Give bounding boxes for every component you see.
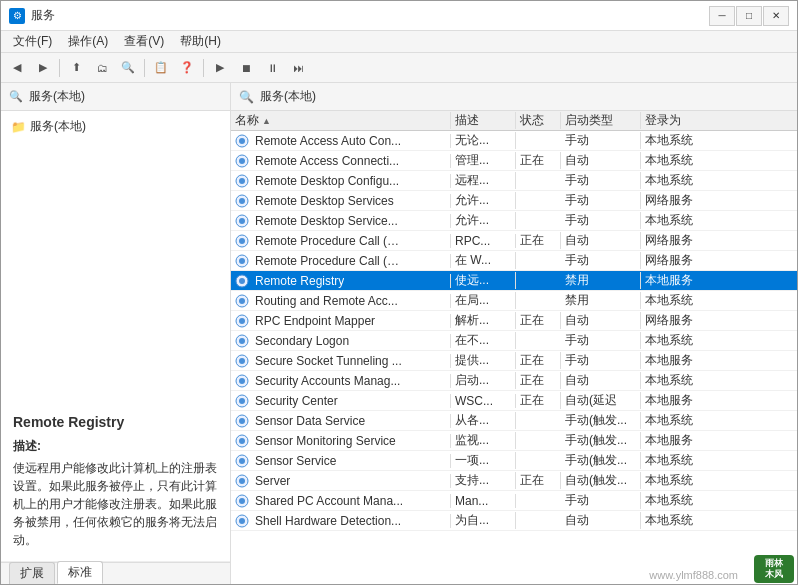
table-row[interactable]: Security Accounts Manag... 启动... 正在 自动 本… (231, 371, 797, 391)
cell-name-3: Remote Desktop Services (231, 194, 451, 208)
table-row[interactable]: Sensor Monitoring Service 监视... 手动(触发...… (231, 431, 797, 451)
cell-desc-1: 管理... (451, 152, 516, 169)
tab-expand[interactable]: 扩展 (9, 562, 55, 584)
minimize-button[interactable]: ─ (709, 6, 735, 26)
service-icon-12 (235, 374, 249, 388)
cell-name-text-17: Server (255, 474, 290, 488)
table-row[interactable]: Security Center WSC... 正在 自动(延迟 本地服务 (231, 391, 797, 411)
col-header-status[interactable]: 状态 (516, 112, 561, 129)
services-table[interactable]: 名称 ▲ 描述 状态 启动类型 登录为 Remote Access Auto C… (231, 111, 797, 584)
cell-status-1: 正在 (516, 152, 561, 169)
cell-name-2: Remote Desktop Configu... (231, 174, 451, 188)
maximize-button[interactable]: □ (736, 6, 762, 26)
service-icon-8 (235, 294, 249, 308)
main-area: 🔍 服务(本地) 📁 服务(本地) Remote Registry 描述: 使远… (1, 83, 797, 584)
cell-desc-3: 允许... (451, 192, 516, 209)
cell-startup-12: 自动 (561, 372, 641, 389)
menu-view[interactable]: 查看(V) (116, 31, 172, 52)
menu-bar: 文件(F) 操作(A) 查看(V) 帮助(H) (1, 31, 797, 53)
stop-service-button[interactable]: ⏹ (234, 57, 258, 79)
svg-point-39 (239, 518, 245, 524)
svg-point-33 (239, 458, 245, 464)
cell-startup-15: 手动(触发... (561, 432, 641, 449)
cell-desc-12: 启动... (451, 372, 516, 389)
cell-status-11: 正在 (516, 352, 561, 369)
find-button[interactable]: 🔍 (116, 57, 140, 79)
menu-action[interactable]: 操作(A) (60, 31, 116, 52)
cell-startup-0: 手动 (561, 132, 641, 149)
menu-file[interactable]: 文件(F) (5, 31, 60, 52)
service-icon-4 (235, 214, 249, 228)
service-icon-10 (235, 334, 249, 348)
export-button[interactable]: 📋 (149, 57, 173, 79)
tree-item-services-local[interactable]: 📁 服务(本地) (5, 115, 226, 138)
table-row[interactable]: Server 支持... 正在 自动(触发... 本地系统 (231, 471, 797, 491)
cell-name-8: Routing and Remote Acc... (231, 294, 451, 308)
cell-logon-7: 本地服务 (641, 272, 721, 289)
table-row[interactable]: RPC Endpoint Mapper 解析... 正在 自动 网络服务 (231, 311, 797, 331)
cell-logon-11: 本地服务 (641, 352, 721, 369)
cell-desc-11: 提供... (451, 352, 516, 369)
table-row[interactable]: Secure Socket Tunneling ... 提供... 正在 手动 … (231, 351, 797, 371)
left-tree[interactable]: 📁 服务(本地) (1, 111, 230, 402)
cell-logon-0: 本地系统 (641, 132, 721, 149)
cell-name-text-9: RPC Endpoint Mapper (255, 314, 375, 328)
cell-desc-5: RPC... (451, 234, 516, 248)
start-service-button[interactable]: ▶ (208, 57, 232, 79)
svg-point-9 (239, 218, 245, 224)
table-row[interactable]: Remote Access Auto Con... 无论... 手动 本地系统 (231, 131, 797, 151)
back-button[interactable]: ◀ (5, 57, 29, 79)
table-row[interactable]: Shell Hardware Detection... 为自... 自动 本地系… (231, 511, 797, 531)
help-button[interactable]: ❓ (175, 57, 199, 79)
col-header-desc[interactable]: 描述 (451, 112, 516, 129)
cell-name-text-1: Remote Access Connecti... (255, 154, 399, 168)
cell-logon-10: 本地系统 (641, 332, 721, 349)
menu-help[interactable]: 帮助(H) (172, 31, 229, 52)
col-header-startup[interactable]: 启动类型 (561, 112, 641, 129)
table-row[interactable]: Secondary Logon 在不... 手动 本地系统 (231, 331, 797, 351)
show-hide-button[interactable]: 🗂 (90, 57, 114, 79)
table-row[interactable]: Sensor Data Service 从各... 手动(触发... 本地系统 (231, 411, 797, 431)
cell-name-9: RPC Endpoint Mapper (231, 314, 451, 328)
svg-point-21 (239, 338, 245, 344)
window-title: 服务 (31, 7, 709, 24)
cell-desc-15: 监视... (451, 432, 516, 449)
up-button[interactable]: ⬆ (64, 57, 88, 79)
cell-name-12: Security Accounts Manag... (231, 374, 451, 388)
cell-startup-18: 手动 (561, 492, 641, 509)
table-row[interactable]: Remote Registry 使远... 禁用 本地服务 (231, 271, 797, 291)
col-header-logon[interactable]: 登录为 (641, 112, 721, 129)
table-row[interactable]: Remote Procedure Call (… 在 W... 手动 网络服务 (231, 251, 797, 271)
table-row[interactable]: Remote Desktop Services 允许... 手动 网络服务 (231, 191, 797, 211)
close-button[interactable]: ✕ (763, 6, 789, 26)
cell-logon-6: 网络服务 (641, 252, 721, 269)
forward-button[interactable]: ▶ (31, 57, 55, 79)
table-row[interactable]: Remote Access Connecti... 管理... 正在 自动 本地… (231, 151, 797, 171)
cell-desc-19: 为自... (451, 512, 516, 529)
cell-name-14: Sensor Data Service (231, 414, 451, 428)
tab-standard[interactable]: 标准 (57, 561, 103, 584)
cell-logon-14: 本地系统 (641, 412, 721, 429)
service-icon-7 (235, 274, 249, 288)
cell-desc-7: 使远... (451, 272, 516, 289)
window-icon: ⚙ (9, 8, 25, 24)
svg-point-37 (239, 498, 245, 504)
service-icon-3 (235, 194, 249, 208)
service-icon-19 (235, 514, 249, 528)
table-row[interactable]: Shared PC Account Mana... Man... 手动 本地系统 (231, 491, 797, 511)
table-row[interactable]: Remote Desktop Service... 允许... 手动 本地系统 (231, 211, 797, 231)
cell-name-18: Shared PC Account Mana... (231, 494, 451, 508)
pause-service-button[interactable]: ⏸ (260, 57, 284, 79)
resume-service-button[interactable]: ⏭ (286, 57, 310, 79)
window-controls: ─ □ ✕ (709, 6, 789, 26)
cell-name-text-16: Sensor Service (255, 454, 336, 468)
table-row[interactable]: Remote Desktop Configu... 远程... 手动 本地系统 (231, 171, 797, 191)
table-row[interactable]: Sensor Service 一项... 手动(触发... 本地系统 (231, 451, 797, 471)
table-row[interactable]: Routing and Remote Acc... 在局... 禁用 本地系统 (231, 291, 797, 311)
cell-logon-17: 本地系统 (641, 472, 721, 489)
service-icon-15 (235, 434, 249, 448)
col-header-name[interactable]: 名称 ▲ (231, 112, 451, 129)
table-row[interactable]: Remote Procedure Call (… RPC... 正在 自动 网络… (231, 231, 797, 251)
table-header: 名称 ▲ 描述 状态 启动类型 登录为 (231, 111, 797, 131)
cell-startup-2: 手动 (561, 172, 641, 189)
